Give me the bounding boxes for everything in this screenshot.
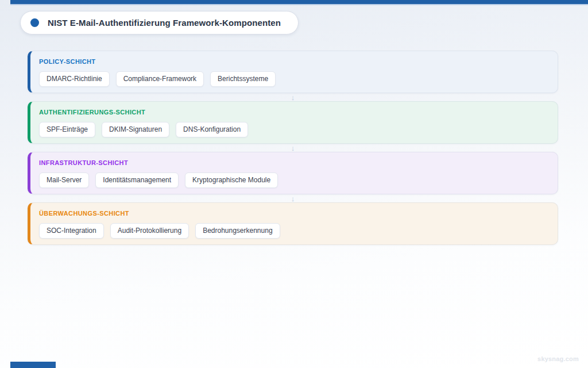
layer-connector: ↓ [28, 144, 558, 152]
component-chip: SOC-Integration [39, 223, 104, 239]
arrow-down-icon: ↓ [291, 144, 295, 152]
component-chip: Compliance-Framework [116, 71, 204, 87]
layer-heading: POLICY-SCHICHT [39, 58, 546, 65]
page-title: NIST E-Mail-Authentifizierung Framework-… [48, 18, 281, 28]
layer-heading: ÜBERWACHUNGS-SCHICHT [39, 210, 546, 217]
arrow-down-icon: ↓ [291, 94, 295, 101]
bullet-circle-icon [30, 18, 39, 27]
bottom-accent-bar [10, 362, 56, 368]
component-chip: Berichtssysteme [210, 71, 276, 87]
layer-card-authentifizierung: AUTHENTIFIZIERUNGS-SCHICHT SPF-Einträge … [28, 101, 558, 144]
layer-card-policy: POLICY-SCHICHT DMARC-Richtlinie Complian… [28, 51, 558, 93]
component-chip: Kryptographische Module [185, 172, 278, 188]
component-chip: Bedrohungserkennung [195, 223, 280, 239]
component-chip: SPF-Einträge [39, 122, 95, 137]
chip-row: SPF-Einträge DKIM-Signaturen DNS-Konfigu… [39, 122, 546, 137]
layer-heading: INFRASTRUKTUR-SCHICHT [39, 159, 546, 166]
layer-heading: AUTHENTIFIZIERUNGS-SCHICHT [39, 109, 546, 116]
arrow-down-icon: ↓ [291, 195, 295, 202]
component-chip: Mail-Server [39, 172, 89, 188]
layer-connector: ↓ [28, 194, 558, 202]
component-chip: DKIM-Signaturen [102, 122, 169, 137]
watermark: skysnag.com [537, 355, 579, 362]
diagram-title-pill: NIST E-Mail-Authentifizierung Framework-… [20, 11, 299, 34]
component-chip: Identitätsmanagement [95, 172, 179, 188]
top-accent-bar [10, 0, 588, 4]
component-chip: DMARC-Richtlinie [39, 71, 110, 87]
layer-stack: POLICY-SCHICHT DMARC-Richtlinie Complian… [28, 51, 558, 245]
layer-connector: ↓ [28, 93, 558, 101]
component-chip: Audit-Protokollierung [110, 223, 189, 239]
chip-row: SOC-Integration Audit-Protokollierung Be… [39, 223, 546, 239]
chip-row: DMARC-Richtlinie Compliance-Framework Be… [39, 71, 546, 87]
component-chip: DNS-Konfiguration [176, 122, 248, 137]
layer-card-infrastruktur: INFRASTRUKTUR-SCHICHT Mail-Server Identi… [28, 152, 558, 194]
layer-card-ueberwachung: ÜBERWACHUNGS-SCHICHT SOC-Integration Aud… [28, 202, 558, 245]
chip-row: Mail-Server Identitätsmanagement Kryptog… [39, 172, 546, 188]
